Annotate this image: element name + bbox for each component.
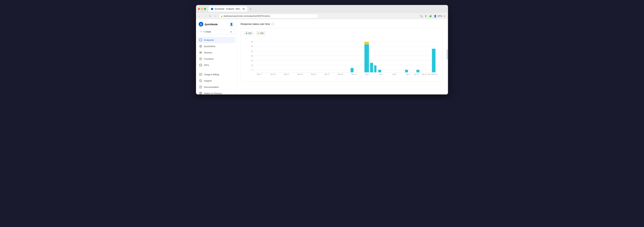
svg-text:Apr 8: Apr 8 [406, 73, 410, 75]
scrollbar-thumb[interactable] [447, 49, 448, 59]
svg-text:Mar 23: Mar 23 [298, 73, 302, 75]
bar-apr10 [416, 70, 420, 72]
chart-title-text: Response status over time [240, 22, 270, 25]
sidebar-item-label: QuickAlerts [204, 45, 216, 47]
svg-text:Apr 12: Apr 12 [422, 73, 427, 75]
create-button[interactable]: + + Create ∨ [198, 29, 234, 34]
titlebar: QuickNode - Endpoint - Metr... ✕ + [196, 5, 448, 13]
chart-svg: 35 30 25 20 15 10 5 Mar 17 Mar 19 Mar 21… [244, 38, 439, 78]
streams-icon [199, 51, 202, 54]
logo: Q QuickNode [199, 22, 218, 26]
chart-title: Response status over time i [240, 22, 443, 25]
ipfs-icon [199, 63, 202, 67]
svg-rect-18 [200, 93, 200, 94]
scrollbar[interactable] [447, 19, 448, 94]
chart-area: 35 30 25 20 15 10 5 Mar 17 Mar 19 Mar 21… [244, 38, 439, 78]
user-avatar[interactable]: 👤 [229, 22, 234, 26]
functions-icon [199, 57, 202, 60]
tab-bar: QuickNode - Endpoint - Metr... ✕ + [208, 6, 446, 11]
sidebar-item-label: Support [204, 79, 212, 82]
quickalerts-icon [199, 44, 202, 48]
sidebar-item-label: Usage & Billing [204, 73, 219, 76]
url-text: dashboard.quicknode.com/endpoints/265075… [224, 15, 270, 17]
extensions-icon[interactable]: 🧩 [428, 14, 432, 18]
sidebar-item-label: Documentation [204, 86, 219, 88]
active-tab[interactable]: QuickNode - Endpoint - Metr... ✕ [208, 6, 247, 11]
sidebar: Q QuickNode 👤 + + Create ∨ [196, 19, 236, 94]
svg-marker-5 [199, 64, 202, 66]
svg-text:Apr 4: Apr 4 [379, 73, 383, 75]
search-icon[interactable]: 🔍 [419, 14, 423, 18]
legend-item-200: 200 [244, 31, 253, 35]
svg-text:5: 5 [252, 69, 253, 71]
maximize-button[interactable] [204, 8, 206, 10]
url-bar[interactable]: 🔒 dashboard.quicknode.com/endpoints/2650… [219, 14, 318, 18]
sidebar-item-streams[interactable]: Streams [197, 49, 235, 55]
sidebar-item-documentation[interactable]: Documentation [197, 84, 235, 90]
svg-text:10: 10 [251, 64, 253, 66]
bar-apr2b [370, 63, 373, 72]
sidebar-item-ipfs[interactable]: IPFS [197, 62, 235, 68]
usage-billing-icon [199, 73, 202, 76]
svg-marker-0 [199, 39, 202, 41]
bookmark-button[interactable]: ☆ [214, 14, 218, 18]
sidebar-item-support[interactable]: Support [197, 78, 235, 84]
svg-text:Apr 2: Apr 2 [366, 73, 370, 75]
forward-button[interactable]: › [203, 14, 207, 18]
sidebar-bottom: Usage & Billing Support [196, 71, 236, 94]
vpn-icon[interactable]: VPN [438, 14, 442, 18]
svg-text:Mar 29: Mar 29 [338, 73, 343, 75]
svg-text:Mar 27: Mar 27 [324, 73, 330, 75]
svg-text:20: 20 [251, 55, 253, 57]
svg-text:Apr 6: Apr 6 [393, 73, 396, 75]
bar-apr2-blue [364, 44, 369, 72]
sidebar-header: Q QuickNode 👤 [196, 22, 236, 26]
sidebar-item-label: Streams [204, 51, 212, 54]
svg-text:35: 35 [251, 41, 253, 43]
switch-partners-icon [199, 92, 202, 94]
chart-container: 200 400 [240, 28, 443, 82]
info-icon[interactable]: i [272, 23, 274, 25]
sidebar-item-quickalerts[interactable]: QuickAlerts [197, 43, 235, 49]
svg-text:30: 30 [251, 45, 253, 47]
sidebar-item-endpoints[interactable]: Endpoints [197, 37, 235, 43]
toolbar-icons: 🔍 ⬆ 🧩 👤 VPN ≡ [419, 14, 446, 18]
logo-text: QuickNode [204, 23, 218, 26]
legend-label-200: 200 [248, 32, 252, 34]
main-content: Response status over time i 200 400 [236, 19, 447, 94]
share-icon[interactable]: ⬆ [424, 14, 428, 18]
menu-icon[interactable]: ≡ [442, 14, 446, 18]
sidebar-item-switch-partners[interactable]: Switch to Partners [197, 90, 235, 94]
close-button[interactable] [198, 8, 200, 10]
svg-marker-6 [200, 64, 201, 66]
bar-mar31 [350, 68, 354, 72]
endpoints-icon [199, 38, 202, 42]
chart-legend: 200 400 [244, 31, 439, 35]
reload-button[interactable]: ↻ [208, 14, 212, 18]
legend-item-400: 400 [256, 31, 265, 35]
svg-text:Apr 14: Apr 14 [428, 73, 433, 75]
tab-favicon [211, 8, 213, 10]
tab-close-button[interactable]: ✕ [242, 8, 245, 10]
svg-rect-17 [201, 92, 202, 93]
svg-point-2 [200, 46, 201, 47]
svg-marker-4 [200, 58, 201, 59]
documentation-icon [199, 85, 202, 89]
tab-title: QuickNode - Endpoint - Metr... [214, 8, 241, 10]
svg-text:Mar 17: Mar 17 [257, 73, 262, 75]
sidebar-item-label: Functions [204, 58, 214, 60]
svg-text:Apr 16: Apr 16 [433, 73, 438, 75]
sidebar-item-usage-billing[interactable]: Usage & Billing [197, 71, 235, 77]
sidebar-item-functions[interactable]: Functions [197, 56, 235, 62]
create-chevron-icon: ∨ [230, 30, 232, 33]
traffic-lights [198, 8, 206, 10]
minimize-button[interactable] [201, 8, 203, 10]
new-tab-button[interactable]: + [248, 7, 253, 11]
back-button[interactable]: ‹ [198, 14, 202, 18]
svg-text:Mar 21: Mar 21 [284, 73, 289, 75]
legend-dot-200 [246, 33, 247, 34]
lock-icon: 🔒 [221, 15, 223, 17]
profile-icon[interactable]: 👤 [433, 14, 437, 18]
logo-icon: Q [199, 22, 203, 26]
svg-text:15: 15 [251, 60, 253, 62]
